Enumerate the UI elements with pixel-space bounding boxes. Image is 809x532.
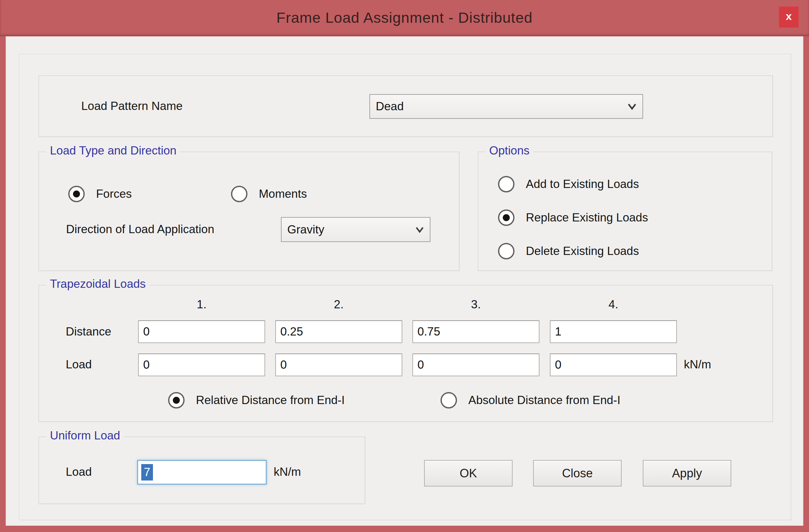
titlebar: Frame Load Assignment - Distributed x xyxy=(0,0,809,36)
selected-input-text: 7 xyxy=(141,464,153,480)
apply-button[interactable]: Apply xyxy=(643,460,731,486)
load-4-input[interactable] xyxy=(550,354,677,376)
relative-distance-radio[interactable]: Relative Distance from End-I xyxy=(168,393,345,408)
uniform-load-group: Uniform Load Load 7 kN/m xyxy=(38,437,365,504)
direction-of-load-label: Direction of Load Application xyxy=(66,223,214,236)
load-pattern-section: Load Pattern Name Dead xyxy=(38,75,773,137)
uniform-load-group-title: Uniform Load xyxy=(46,429,124,442)
radio-unselected-icon xyxy=(231,186,247,202)
ok-button[interactable]: OK xyxy=(424,460,513,486)
close-icon: x xyxy=(786,11,792,21)
content-panel: Load Pattern Name Dead Load Type and Dir… xyxy=(19,54,791,520)
apply-button-label: Apply xyxy=(672,467,702,480)
absolute-distance-radio[interactable]: Absolute Distance from End-I xyxy=(441,393,620,408)
close-action-button[interactable]: Close xyxy=(533,460,622,486)
forces-radio[interactable]: Forces xyxy=(68,187,132,201)
distance-row-label: Distance xyxy=(66,325,111,338)
column-header-3: 3. xyxy=(471,298,481,311)
radio-unselected-icon xyxy=(498,176,515,192)
trapezoidal-loads-group-title: Trapezoidal Loads xyxy=(46,277,150,291)
options-group-title: Options xyxy=(485,144,533,157)
load-3-input[interactable] xyxy=(412,354,539,376)
replace-existing-loads-radio[interactable]: Replace Existing Loads xyxy=(498,210,648,225)
load-pattern-label: Load Pattern Name xyxy=(81,100,183,113)
frame-load-assignment-dialog: Frame Load Assignment - Distributed x Lo… xyxy=(0,0,809,532)
load-pattern-value: Dead xyxy=(376,100,403,113)
distance-3-input[interactable] xyxy=(412,320,539,343)
dialog-title: Frame Load Assignment - Distributed xyxy=(0,0,809,35)
chevron-down-icon xyxy=(627,102,637,111)
relative-distance-label: Relative Distance from End-I xyxy=(196,394,345,407)
close-button[interactable]: x xyxy=(779,6,799,28)
uniform-unit-label: kN/m xyxy=(274,465,301,479)
trapezoidal-unit-label: kN/m xyxy=(684,358,711,371)
radio-selected-icon xyxy=(498,210,515,226)
direction-value: Gravity xyxy=(287,223,324,236)
load-type-group: Load Type and Direction Forces Moments D… xyxy=(38,152,460,271)
load-2-input[interactable] xyxy=(275,354,402,376)
add-existing-loads-label: Add to Existing Loads xyxy=(526,178,639,191)
radio-selected-icon xyxy=(68,186,85,202)
chevron-down-icon xyxy=(415,225,425,234)
column-header-2: 2. xyxy=(334,298,344,311)
delete-existing-loads-label: Delete Existing Loads xyxy=(526,245,639,258)
options-group: Options Add to Existing Loads Replace Ex… xyxy=(478,152,772,271)
column-header-4: 4. xyxy=(609,298,618,311)
load-1-input[interactable] xyxy=(138,354,265,376)
distance-1-input[interactable] xyxy=(138,320,265,343)
delete-existing-loads-radio[interactable]: Delete Existing Loads xyxy=(498,244,639,259)
moments-radio-label: Moments xyxy=(259,187,307,201)
radio-unselected-icon xyxy=(441,392,457,408)
direction-combobox[interactable]: Gravity xyxy=(281,217,430,242)
close-button-label: Close xyxy=(562,467,592,480)
column-header-1: 1. xyxy=(197,298,207,311)
dialog-body: Load Pattern Name Dead Load Type and Dir… xyxy=(6,36,803,526)
absolute-distance-label: Absolute Distance from End-I xyxy=(468,394,620,407)
replace-existing-loads-label: Replace Existing Loads xyxy=(526,211,648,224)
uniform-load-input[interactable]: 7 xyxy=(137,460,267,485)
uniform-load-label: Load xyxy=(66,465,92,479)
moments-radio[interactable]: Moments xyxy=(231,187,307,201)
ok-button-label: OK xyxy=(460,467,477,480)
load-pattern-combobox[interactable]: Dead xyxy=(369,94,643,119)
trapezoidal-loads-group: Trapezoidal Loads 1. 2. 3. 4. Distance L… xyxy=(38,285,773,422)
radio-unselected-icon xyxy=(498,243,515,259)
distance-2-input[interactable] xyxy=(275,320,402,343)
load-type-group-title: Load Type and Direction xyxy=(46,144,180,157)
load-row-label: Load xyxy=(66,358,92,371)
forces-radio-label: Forces xyxy=(96,187,132,201)
radio-selected-icon xyxy=(168,392,185,408)
add-existing-loads-radio[interactable]: Add to Existing Loads xyxy=(498,177,639,192)
distance-4-input[interactable] xyxy=(550,320,677,343)
